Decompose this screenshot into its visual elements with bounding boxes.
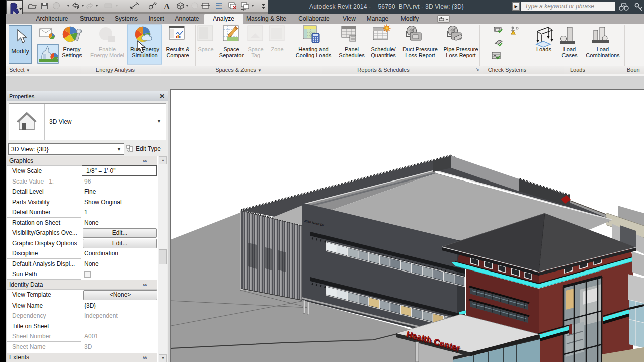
svg-text:A: A	[164, 2, 170, 11]
